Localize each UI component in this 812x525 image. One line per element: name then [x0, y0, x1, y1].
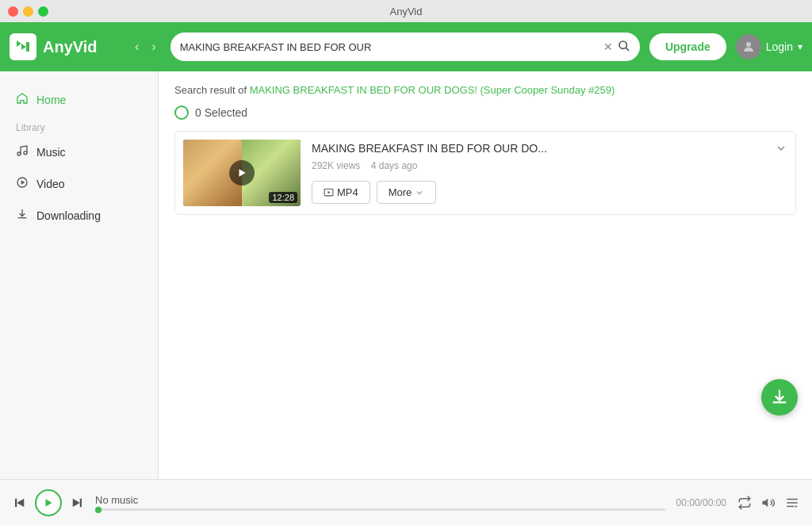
mp4-button[interactable]: MP4	[312, 181, 370, 204]
sidebar-music-label: Music	[36, 146, 66, 159]
mp4-label: MP4	[337, 186, 358, 198]
sidebar-item-downloading[interactable]: Downloading	[0, 200, 158, 232]
upgrade-button[interactable]: Upgrade	[649, 33, 726, 60]
svg-point-1	[619, 41, 626, 48]
player-play-button[interactable]	[35, 489, 62, 516]
video-card: 12:28 MAKING BREAKFAST IN BED FOR OUR DO…	[174, 131, 796, 215]
video-actions: MP4 More	[312, 181, 787, 204]
svg-point-4	[17, 152, 21, 155]
video-meta: 292K views 4 days ago	[312, 160, 787, 171]
sidebar-item-music[interactable]: Music	[0, 136, 158, 168]
logo-icon	[10, 33, 36, 60]
video-duration: 12:28	[269, 192, 297, 203]
expand-button[interactable]	[775, 142, 787, 157]
search-input[interactable]	[180, 41, 599, 53]
player-playlist-button[interactable]	[785, 496, 799, 510]
player-track-name: No music	[95, 494, 665, 506]
window-controls	[8, 6, 48, 17]
video-thumbnail: 12:28	[183, 140, 301, 206]
select-all-row: 0 Selected	[174, 105, 796, 120]
svg-marker-20	[795, 505, 798, 508]
svg-marker-14	[73, 498, 80, 507]
minimize-button[interactable]	[23, 6, 33, 17]
svg-marker-7	[21, 180, 25, 184]
library-label: Library	[0, 116, 158, 136]
bottom-player: No music 00:00/00:00	[0, 479, 812, 525]
sidebar-downloading-label: Downloading	[36, 209, 101, 222]
search-result-header: Search result of MAKING BREAKFAST IN BED…	[174, 84, 796, 96]
video-icon	[16, 176, 29, 192]
player-prev-button[interactable]	[13, 496, 27, 510]
player-repeat-button[interactable]	[737, 496, 752, 510]
svg-marker-10	[327, 191, 330, 194]
search-result-query: MAKING BREAKFAST IN BED FOR OUR DOGS! (S…	[250, 84, 615, 96]
sidebar-video-label: Video	[36, 178, 65, 190]
home-icon	[16, 92, 29, 108]
player-right-controls	[737, 496, 799, 510]
content-area: Search result of MAKING BREAKFAST IN BED…	[159, 71, 812, 479]
logo-area: AnyVid	[10, 33, 121, 60]
more-button[interactable]: More	[377, 181, 437, 204]
logo-text: AnyVid	[43, 38, 98, 56]
back-button[interactable]: ‹	[130, 36, 144, 57]
dropdown-arrow-icon: ▾	[798, 41, 802, 52]
player-progress-bar[interactable]	[95, 508, 665, 511]
video-title: MAKING BREAKFAST IN BED FOR OUR DO...	[312, 142, 768, 155]
player-volume-button[interactable]	[761, 496, 776, 510]
video-age: 4 days ago	[371, 160, 418, 171]
login-label: Login	[766, 40, 793, 53]
header: AnyVid ‹ › ✕ Upgrade Login ▾	[0, 22, 812, 71]
selected-count: 0 Selected	[195, 106, 247, 119]
sidebar-home-label: Home	[36, 94, 66, 106]
login-area[interactable]: Login ▾	[736, 34, 802, 59]
svg-rect-0	[26, 42, 29, 52]
search-result-prefix: Search result of	[174, 84, 247, 96]
download-icon	[16, 208, 29, 224]
search-clear-button[interactable]: ✕	[603, 40, 613, 53]
video-info: MAKING BREAKFAST IN BED FOR OUR DO... 29…	[312, 142, 787, 204]
player-next-button[interactable]	[70, 496, 84, 510]
svg-marker-13	[46, 499, 52, 506]
svg-marker-16	[763, 498, 768, 507]
player-track: No music	[95, 494, 665, 511]
sidebar-item-home[interactable]: Home	[0, 84, 158, 116]
maximize-button[interactable]	[38, 6, 48, 17]
more-label: More	[389, 186, 412, 198]
svg-rect-15	[80, 498, 82, 507]
player-time: 00:00/00:00	[676, 497, 726, 508]
svg-line-2	[626, 48, 629, 51]
avatar	[736, 34, 761, 59]
download-fab-button[interactable]	[761, 379, 798, 416]
title-bar: AnyVid	[0, 0, 812, 22]
sidebar: Home Library Music Video	[0, 71, 159, 479]
svg-point-5	[24, 151, 27, 155]
svg-point-3	[746, 42, 751, 47]
video-views: 292K views	[312, 160, 360, 171]
search-bar: ✕	[170, 33, 640, 61]
music-icon	[16, 144, 29, 160]
window-title: AnyVid	[390, 6, 423, 17]
svg-rect-12	[15, 498, 17, 507]
svg-marker-11	[17, 498, 24, 507]
forward-button[interactable]: ›	[147, 36, 160, 57]
content-wrapper: Search result of MAKING BREAKFAST IN BED…	[159, 71, 812, 479]
search-submit-button[interactable]	[618, 40, 630, 55]
close-button[interactable]	[8, 6, 18, 17]
nav-arrows: ‹ ›	[130, 36, 161, 57]
main-layout: Home Library Music Video	[0, 71, 812, 479]
svg-marker-8	[239, 169, 246, 176]
video-title-row: MAKING BREAKFAST IN BED FOR OUR DO...	[312, 142, 787, 157]
player-controls	[13, 489, 84, 516]
sidebar-item-video[interactable]: Video	[0, 168, 158, 200]
play-overlay-button[interactable]	[229, 160, 255, 186]
player-progress-dot	[95, 507, 102, 513]
select-all-checkbox[interactable]	[174, 105, 189, 120]
